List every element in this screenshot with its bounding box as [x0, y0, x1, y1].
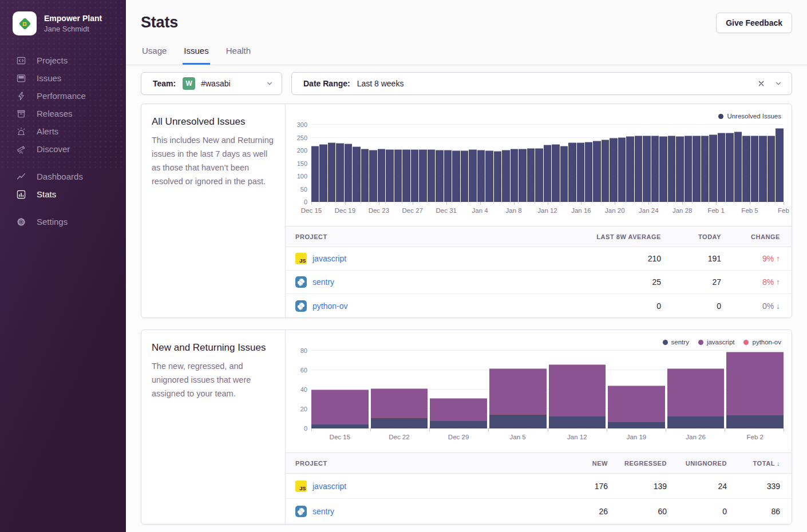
- sidebar-item-projects[interactable]: Projects: [0, 51, 126, 69]
- chart-bar[interactable]: [469, 149, 476, 202]
- sidebar-item-dashboards[interactable]: Dashboards: [0, 168, 126, 185]
- chart-bar[interactable]: [378, 149, 385, 202]
- sidebar-item-stats[interactable]: Stats: [0, 185, 126, 203]
- chart-bar[interactable]: [361, 149, 369, 202]
- chart-bar[interactable]: [618, 137, 626, 202]
- chart-bar[interactable]: [419, 149, 426, 202]
- bar-segment-javascript[interactable]: [549, 364, 606, 416]
- chart-bar-group[interactable]: [549, 351, 606, 428]
- chart-bar[interactable]: [552, 144, 559, 202]
- chart-bar[interactable]: [585, 142, 592, 202]
- legend-item-unresolved-issues[interactable]: Unresolved Issues: [718, 113, 781, 120]
- chart-bar[interactable]: [734, 132, 742, 202]
- sidebar-item-discover[interactable]: Discover: [0, 140, 126, 158]
- give-feedback-button[interactable]: Give Feedback: [716, 13, 792, 33]
- sidebar-item-alerts[interactable]: Alerts: [0, 122, 126, 140]
- chart-bar[interactable]: [353, 146, 360, 202]
- chart-bar-group[interactable]: [726, 351, 784, 428]
- chart-bar[interactable]: [319, 144, 327, 202]
- bar-segment-sentry[interactable]: [549, 416, 606, 428]
- chart-bar[interactable]: [494, 151, 501, 203]
- legend-item-python-ov[interactable]: python-ov: [743, 339, 781, 346]
- project-link[interactable]: python-ov: [312, 301, 347, 311]
- bar-segment-sentry[interactable]: [371, 418, 428, 428]
- chart-bar[interactable]: [502, 150, 509, 202]
- chart-bar-group[interactable]: [489, 351, 547, 428]
- team-filter[interactable]: Team: W #wasabi: [141, 72, 282, 95]
- chart-bar[interactable]: [386, 149, 393, 202]
- project-link[interactable]: sentry: [312, 277, 334, 287]
- legend-item-javascript[interactable]: javascript: [698, 339, 735, 346]
- chart-bar[interactable]: [560, 146, 568, 203]
- bar-segment-javascript[interactable]: [311, 390, 369, 424]
- chart-bar[interactable]: [659, 136, 667, 202]
- bar-segment-sentry[interactable]: [430, 420, 487, 428]
- chart-bar[interactable]: [544, 145, 551, 202]
- chart-bar[interactable]: [411, 149, 418, 202]
- project-link[interactable]: sentry: [312, 507, 334, 516]
- chart-bar[interactable]: [635, 136, 642, 202]
- chart-bar[interactable]: [436, 150, 443, 202]
- bar-segment-sentry[interactable]: [667, 416, 725, 428]
- chart-bar[interactable]: [668, 136, 675, 202]
- unresolved-issues-chart[interactable]: 050100150200250300: [311, 125, 784, 202]
- bar-segment-sentry[interactable]: [726, 415, 784, 428]
- bar-segment-sentry[interactable]: [311, 424, 369, 429]
- chart-bar[interactable]: [709, 134, 717, 202]
- chart-bar[interactable]: [726, 133, 733, 202]
- tab-usage[interactable]: Usage: [141, 45, 168, 65]
- bar-segment-javascript[interactable]: [608, 386, 665, 422]
- chart-bar[interactable]: [685, 136, 692, 202]
- bar-segment-javascript[interactable]: [489, 368, 547, 414]
- chart-bar[interactable]: [643, 136, 650, 202]
- chart-bar[interactable]: [776, 128, 783, 202]
- chart-bar[interactable]: [701, 136, 709, 203]
- project-link[interactable]: javascript: [312, 482, 346, 491]
- chart-bar[interactable]: [485, 150, 493, 202]
- bar-segment-javascript[interactable]: [371, 388, 428, 418]
- chart-bar[interactable]: [511, 149, 518, 202]
- chart-bar[interactable]: [311, 146, 319, 202]
- sidebar-item-releases[interactable]: Releases: [0, 105, 126, 122]
- chart-bar[interactable]: [519, 149, 526, 202]
- new-returning-issues-chart[interactable]: 020406080: [311, 351, 784, 428]
- chart-bar[interactable]: [768, 136, 775, 203]
- chart-bar[interactable]: [593, 141, 600, 202]
- chart-bar[interactable]: [328, 142, 335, 202]
- bar-segment-sentry[interactable]: [608, 422, 665, 428]
- chart-bar[interactable]: [402, 149, 410, 202]
- org-switcher[interactable]: Empower Plant Jane Schmidt: [0, 0, 126, 35]
- chart-bar[interactable]: [535, 148, 543, 202]
- bar-segment-javascript[interactable]: [430, 398, 487, 420]
- chart-bar-group[interactable]: [311, 351, 369, 428]
- chart-bar[interactable]: [693, 136, 700, 202]
- tab-issues[interactable]: Issues: [183, 45, 209, 65]
- project-link[interactable]: javascript: [312, 254, 346, 263]
- chart-bar-group[interactable]: [608, 351, 665, 428]
- chart-bar[interactable]: [568, 142, 576, 202]
- chart-bar[interactable]: [610, 138, 617, 202]
- chart-bar[interactable]: [676, 136, 683, 202]
- sidebar-item-issues[interactable]: Issues: [0, 69, 126, 87]
- tab-health[interactable]: Health: [225, 45, 252, 65]
- bar-segment-javascript[interactable]: [726, 352, 784, 415]
- chart-bar[interactable]: [452, 150, 460, 202]
- column-header-total[interactable]: TOTAL↓: [727, 460, 780, 467]
- chart-bar[interactable]: [742, 136, 750, 203]
- bar-segment-sentry[interactable]: [489, 414, 547, 429]
- chart-bar[interactable]: [577, 142, 584, 202]
- legend-item-sentry[interactable]: sentry: [663, 339, 689, 346]
- sidebar-item-performance[interactable]: Performance: [0, 87, 126, 105]
- chart-bar[interactable]: [444, 150, 452, 202]
- sidebar-item-settings[interactable]: Settings: [0, 213, 126, 231]
- chart-bar[interactable]: [428, 149, 435, 202]
- chart-bar[interactable]: [336, 143, 343, 203]
- date-range-filter[interactable]: Date Range: Last 8 weeks: [291, 72, 792, 95]
- chart-bar[interactable]: [477, 150, 485, 202]
- chart-bar[interactable]: [369, 150, 377, 202]
- chart-bar[interactable]: [759, 136, 766, 202]
- chart-bar[interactable]: [394, 149, 402, 202]
- chart-bar[interactable]: [651, 136, 659, 202]
- chart-bar[interactable]: [751, 136, 758, 202]
- clear-icon[interactable]: [757, 80, 765, 88]
